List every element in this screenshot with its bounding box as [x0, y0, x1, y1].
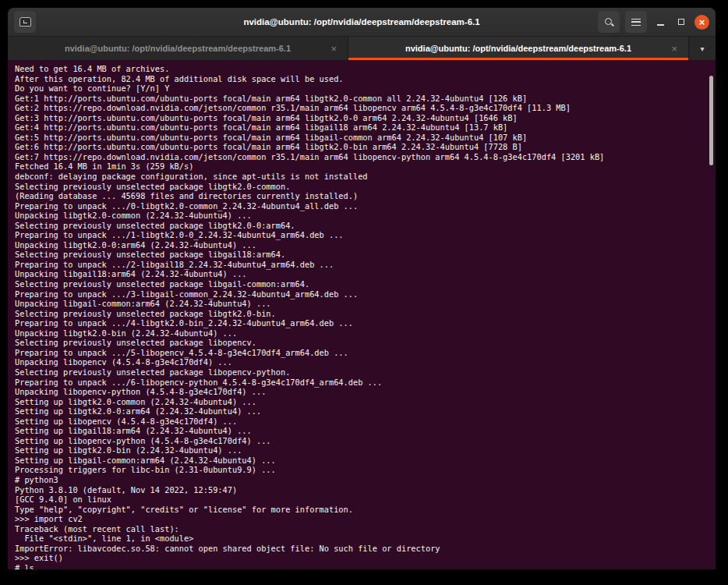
terminal-line: Unpacking libopencv (4.5.4-8-g3e4c170df4…: [15, 357, 716, 367]
minimize-button[interactable]: [652, 11, 668, 33]
terminal-line: Selecting previously unselected package …: [15, 279, 716, 289]
terminal-line: Selecting previously unselected package …: [15, 250, 716, 260]
terminal-line: File "<stdin>", line 1, in <module>: [15, 534, 716, 544]
search-button[interactable]: [598, 11, 620, 33]
menu-button[interactable]: [625, 11, 647, 33]
titlebar: nvidia@ubuntu: /opt/nvidia/deepstream/de…: [8, 8, 716, 37]
tab-close-button[interactable]: ×: [671, 44, 677, 54]
tab-label: nvidia@ubuntu: /opt/nvidia/deepstream/de…: [65, 44, 291, 53]
terminal-line: Get:2 https://repo.download.nvidia.com/j…: [15, 103, 716, 113]
terminal-line: Setting up libgail18:arm64 (2.24.32-4ubu…: [15, 426, 716, 436]
terminal-line: # ls: [15, 563, 716, 569]
tab-terminal-1[interactable]: nvidia@ubuntu: /opt/nvidia/deepstream/de…: [8, 37, 348, 60]
terminal-line: Unpacking libgtk2.0-bin (2.24.32-4ubuntu…: [15, 328, 716, 339]
tab-label: nvidia@ubuntu: /opt/nvidia/deepstream/de…: [405, 44, 631, 53]
terminal-line: Preparing to unpack .../5-libopencv_4.5.…: [15, 348, 716, 358]
terminal-line: Fetched 16.4 MB in 1min 3s (259 kB/s): [15, 161, 716, 172]
terminal-line: Setting up libgail-common:arm64 (2.24.32…: [15, 456, 716, 466]
scrollbar-thumb[interactable]: [709, 76, 713, 165]
terminal-line: >>> exit(): [15, 553, 716, 563]
terminal-line: Get:3 http://ports.ubuntu.com/ubuntu-por…: [15, 113, 716, 123]
terminal-line: Traceback (most recent call last):: [15, 524, 716, 534]
terminal-line: Preparing to unpack .../4-libgtk2.0-bin_…: [15, 318, 716, 328]
terminal-line: Preparing to unpack .../1-libgtk2.0-0_2.…: [15, 230, 716, 240]
terminal-line: Processing triggers for libc-bin (2.31-0…: [15, 465, 716, 475]
tab-bar: nvidia@ubuntu: /opt/nvidia/deepstream/de…: [8, 37, 716, 60]
tab-terminal-2-active[interactable]: nvidia@ubuntu: /opt/nvidia/deepstream/de…: [348, 37, 689, 60]
terminal-line: After this operation, 82.4 MB of additio…: [15, 74, 716, 84]
terminal-line: Selecting previously unselected package …: [15, 182, 716, 192]
terminal-app-button[interactable]: [14, 11, 36, 33]
maximize-icon: [678, 19, 684, 25]
terminal-line: Do you want to continue? [Y/n] Y: [15, 83, 716, 94]
terminal-line: Get:1 http://ports.ubuntu.com/ubuntu-por…: [15, 94, 716, 104]
terminal-line: debconf: delaying package configuration,…: [15, 172, 716, 182]
terminal-line: Get:7 https://repo.download.nvidia.com/j…: [15, 152, 716, 162]
terminal-line: Unpacking libgail-common:arm64 (2.24.32-…: [15, 299, 716, 309]
close-button[interactable]: ×: [694, 15, 709, 30]
search-icon: [604, 17, 613, 27]
terminal-line: Get:5 http://ports.ubuntu.com/ubuntu-por…: [15, 133, 716, 143]
terminal-line: Python 3.8.10 (default, Nov 14 2022, 12:…: [15, 485, 716, 495]
terminal-screen[interactable]: Need to get 16.4 MB of archives.After th…: [8, 61, 716, 569]
terminal-line: Preparing to unpack .../0-libgtk2.0-comm…: [15, 201, 716, 211]
tab-close-button[interactable]: ×: [330, 44, 337, 54]
terminal-window: nvidia@ubuntu: /opt/nvidia/deepstream/de…: [8, 8, 716, 569]
terminal-line: Preparing to unpack .../3-libgail-common…: [15, 289, 716, 300]
hamburger-menu-icon: [631, 19, 641, 26]
terminal-line: Setting up libopencv (4.5.4-8-g3e4c170df…: [15, 417, 716, 427]
terminal-line: # python3: [15, 475, 716, 485]
terminal-line: Get:6 http://ports.ubuntu.com/ubuntu-por…: [15, 142, 716, 152]
terminal-output: Need to get 16.4 MB of archives.After th…: [15, 64, 716, 569]
terminal-line: (Reading database ... 45698 files and di…: [15, 191, 716, 201]
terminal-line: Selecting previously unselected package …: [15, 367, 716, 378]
maximize-button[interactable]: [673, 11, 689, 33]
terminal-line: Type "help", "copyright", "credits" or "…: [15, 505, 716, 515]
terminal-line: Setting up libopencv-python (4.5.4-8-g3e…: [15, 436, 716, 446]
terminal-line: [GCC 9.4.0] on linux: [15, 495, 716, 505]
terminal-line: >>> import cv2: [15, 514, 716, 524]
terminal-line: Selecting previously unselected package …: [15, 338, 716, 348]
terminal-line: Unpacking libgail18:arm64 (2.24.32-4ubun…: [15, 269, 716, 279]
terminal-line: Setting up libgtk2.0-0:arm64 (2.24.32-4u…: [15, 406, 716, 417]
terminal-line: Setting up libgtk2.0-common (2.24.32-4ub…: [15, 397, 716, 407]
terminal-line: Need to get 16.4 MB of archives.: [15, 64, 716, 74]
minimize-icon: [657, 24, 664, 26]
terminal-line: Selecting previously unselected package …: [15, 309, 716, 319]
terminal-line: ImportError: libavcodec.so.58: cannot op…: [15, 544, 716, 554]
terminal-line: Preparing to unpack .../2-libgail18_2.24…: [15, 260, 716, 270]
terminal-app-icon: [19, 17, 31, 27]
terminal-line: Unpacking libgtk2.0-common (2.24.32-4ubu…: [15, 211, 716, 221]
close-icon: ×: [699, 17, 705, 27]
terminal-line: Preparing to unpack .../6-libopencv-pyth…: [15, 378, 716, 388]
terminal-line: Get:4 http://ports.ubuntu.com/ubuntu-por…: [15, 122, 716, 133]
terminal-line: Selecting previously unselected package …: [15, 221, 716, 231]
terminal-line: Unpacking libgtk2.0-0:arm64 (2.24.32-4ub…: [15, 240, 716, 250]
chevron-down-icon: ▾: [700, 44, 704, 53]
terminal-line: Setting up libgtk2.0-bin (2.24.32-4ubunt…: [15, 445, 716, 456]
titlebar-controls: ×: [598, 11, 709, 33]
terminal-line: Unpacking libopencv-python (4.5.4-8-g3e4…: [15, 387, 716, 397]
tab-list-dropdown-button[interactable]: ▾: [689, 37, 716, 60]
